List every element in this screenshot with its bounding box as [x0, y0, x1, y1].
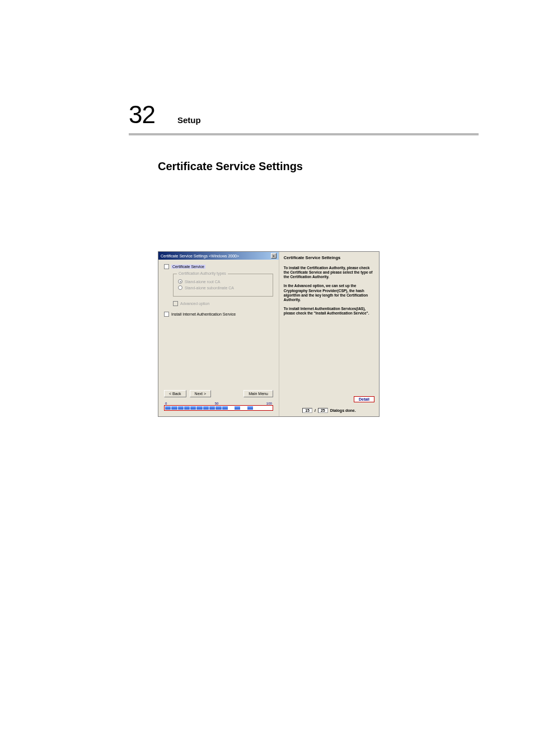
dialogs-total-count: 25 [318, 408, 328, 413]
back-button[interactable]: < Back [164, 390, 186, 397]
screenshot: Certificate Service Settings <Windows 20… [158, 251, 380, 417]
advanced-option-label: Advanced option [180, 302, 209, 306]
progress-mid: 50 [215, 402, 219, 405]
progress-area: 0 50 100 [164, 402, 273, 413]
page-number: 32 [129, 101, 155, 129]
dialogs-done-label: Dialogs done. [330, 408, 356, 412]
subordinate-ca-radio[interactable] [178, 285, 182, 290]
header-label: Setup [177, 115, 201, 125]
right-para-1: To install the Certification Authority, … [284, 266, 374, 279]
header-divider [129, 133, 479, 135]
dialogs-done-count: 15 [302, 408, 312, 413]
ca-types-legend: Certification Authority types [177, 271, 228, 275]
progress-bar [164, 405, 273, 411]
close-icon[interactable]: × [271, 253, 277, 259]
next-button[interactable]: Next > [190, 390, 211, 397]
dialogs-slash: / [315, 408, 316, 412]
main-menu-button[interactable]: Main Menu [243, 390, 273, 397]
ca-types-fieldset: Certification Authority types Stand-alon… [173, 274, 273, 297]
root-ca-radio[interactable] [178, 279, 182, 284]
progress-max: 100 [266, 402, 272, 405]
dialog-titlebar: Certificate Service Settings <Windows 20… [158, 252, 279, 260]
right-para-2: In the Advanced option, we can set up th… [284, 284, 374, 302]
root-ca-label: Stand-alone root CA [185, 280, 220, 284]
right-para-3: To install Internet Authentication Servi… [284, 307, 374, 316]
section-title: Certificate Service Settings [158, 160, 478, 173]
certificate-service-label: Certificate Service [171, 265, 205, 269]
dialog-left-pane: Certificate Service Settings <Windows 20… [158, 252, 279, 416]
right-pane-title: Certificate Service Setteings [284, 255, 374, 260]
detail-button[interactable]: Detail [354, 396, 374, 402]
dialog-title-text: Certificate Service Settings <Windows 20… [161, 254, 239, 258]
certificate-service-checkbox[interactable] [164, 264, 169, 269]
advanced-option-checkbox[interactable] [173, 301, 178, 306]
ias-checkbox[interactable] [164, 312, 169, 317]
dialogs-done-row: 15 / 25 Dialogs done. [284, 408, 374, 413]
ias-label: Install Internet Authentication Service [171, 312, 236, 316]
progress-min: 0 [165, 402, 167, 405]
subordinate-ca-label: Stand-alone subordinate CA [185, 286, 234, 290]
dialog-right-pane: Certificate Service Setteings To install… [279, 252, 379, 416]
